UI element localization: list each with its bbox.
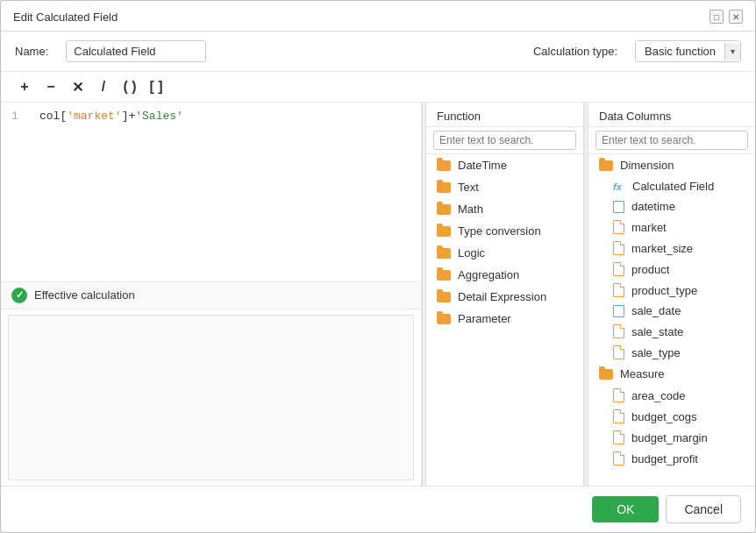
name-input[interactable] — [66, 40, 206, 62]
data-columns-search — [588, 127, 755, 154]
editor-panel: 1 col['market']+'Sales' ✓ Effective calc… — [1, 103, 422, 486]
file-icon — [613, 220, 624, 234]
line-number: 1 — [11, 110, 25, 123]
title-controls: □ ✕ — [710, 10, 743, 24]
measure-label: Measure — [620, 367, 665, 380]
calc-type-label: Calculation type: — [533, 45, 617, 58]
status-icon: ✓ — [11, 288, 27, 303]
main-content: 1 col['market']+'Sales' ✓ Effective calc… — [1, 103, 755, 486]
folder-icon — [437, 226, 451, 237]
dc-item-area-code[interactable]: area_code — [588, 385, 755, 406]
data-columns-search-input[interactable] — [596, 131, 748, 150]
file-icon — [613, 324, 624, 338]
calc-type-dropdown[interactable]: Basic function ▾ — [635, 40, 741, 62]
code-col: col[ — [39, 110, 67, 123]
dc-item-sale-state[interactable]: sale_state — [588, 321, 755, 342]
dc-item-label: sale_type — [631, 346, 681, 359]
function-panel-header: Function — [426, 103, 583, 127]
file-icon — [613, 451, 624, 465]
dc-item-budget-cogs[interactable]: budget_cogs — [588, 406, 755, 427]
dc-item-sale-type[interactable]: sale_type — [588, 342, 755, 363]
measure-section: Measure — [588, 363, 755, 385]
dc-item-calculated-field[interactable]: fx Calculated Field — [588, 176, 755, 196]
dc-item-label: budget_margin — [631, 431, 708, 444]
function-item-label: Aggregation — [458, 268, 519, 281]
dimension-section: Dimension — [588, 154, 755, 176]
dc-item-budget-profit[interactable]: budget_profit — [588, 448, 755, 469]
folder-icon — [437, 248, 451, 259]
plus-button[interactable]: + — [15, 77, 34, 96]
function-item-label: Text — [458, 181, 479, 194]
cancel-button[interactable]: Cancel — [666, 495, 741, 523]
dc-item-budget-margin[interactable]: budget_margin — [588, 427, 755, 448]
folder-icon — [437, 160, 451, 171]
file-icon — [613, 430, 624, 444]
function-search-input[interactable] — [433, 131, 576, 150]
code-sales: 'Sales' — [135, 110, 183, 123]
file-icon — [613, 345, 624, 359]
dialog-title: Edit Calculated Field — [13, 11, 118, 24]
multiply-button[interactable]: ✕ — [68, 77, 87, 96]
dc-item-market-size[interactable]: market_size — [588, 238, 755, 259]
file-icon — [613, 241, 624, 255]
dc-item-label: product_type — [631, 284, 697, 297]
function-search — [426, 127, 583, 154]
folder-icon — [599, 369, 613, 380]
minus-button[interactable]: − — [41, 77, 61, 96]
function-item-type-conversion[interactable]: Type conversion — [426, 220, 583, 242]
name-label: Name: — [15, 45, 48, 58]
dc-item-label: market — [631, 221, 667, 234]
function-panel: Function DateTime Text Math — [426, 103, 584, 486]
function-item-label: Type conversion — [458, 224, 541, 238]
header-row: Name: Calculation type: Basic function ▾ — [1, 32, 755, 72]
dc-item-sale-date[interactable]: sale_date — [588, 301, 755, 321]
status-text: Effective calculation — [34, 288, 135, 302]
code-line-1: 1 col['market']+'Sales' — [11, 110, 410, 123]
function-item-detail-expression[interactable]: Detail Expression — [426, 286, 583, 308]
function-item-label: Parameter — [458, 312, 511, 325]
footer: OK Cancel — [1, 486, 755, 532]
dc-item-label: sale_date — [631, 304, 681, 317]
dc-item-datetime[interactable]: datetime — [588, 196, 755, 217]
ok-button[interactable]: OK — [592, 496, 659, 522]
close-button[interactable]: ✕ — [729, 10, 743, 24]
function-item-label: DateTime — [458, 159, 507, 172]
preview-area — [8, 315, 414, 481]
function-list: DateTime Text Math Type conversion Logic — [426, 154, 583, 486]
data-columns-header: Data Columns — [588, 103, 755, 127]
function-item-parameter[interactable]: Parameter — [426, 308, 583, 330]
title-bar: Edit Calculated Field □ ✕ — [1, 1, 755, 32]
dc-item-label: budget_cogs — [631, 410, 696, 423]
dc-item-label: budget_profit — [631, 452, 698, 465]
function-item-logic[interactable]: Logic — [426, 242, 583, 264]
folder-icon — [599, 160, 613, 171]
fx-icon: fx — [613, 181, 625, 192]
brackets-button[interactable]: [ ] — [146, 77, 166, 96]
code-area[interactable]: 1 col['market']+'Sales' — [1, 103, 421, 282]
function-item-math[interactable]: Math — [426, 198, 583, 220]
chevron-down-icon: ▾ — [724, 43, 740, 60]
dimension-label: Dimension — [620, 159, 674, 172]
dc-item-market[interactable]: market — [588, 217, 755, 238]
edit-calculated-field-dialog: Edit Calculated Field □ ✕ Name: Calculat… — [0, 0, 756, 533]
file-icon — [613, 262, 624, 276]
folder-icon — [437, 292, 451, 302]
minimize-button[interactable]: □ — [710, 10, 724, 24]
divide-button[interactable]: / — [94, 77, 113, 96]
function-item-aggregation[interactable]: Aggregation — [426, 264, 583, 286]
file-icon — [613, 283, 624, 297]
parens-button[interactable]: ( ) — [120, 77, 139, 96]
dc-item-label: market_size — [631, 242, 693, 255]
toolbar: + − ✕ / ( ) [ ] — [1, 72, 755, 103]
function-item-datetime[interactable]: DateTime — [426, 154, 583, 176]
function-item-text[interactable]: Text — [426, 176, 583, 198]
dc-item-product[interactable]: product — [588, 259, 755, 280]
status-bar: ✓ Effective calculation — [1, 282, 421, 309]
date-icon — [613, 305, 624, 317]
dc-item-label: product — [631, 263, 669, 276]
data-columns-panel: Data Columns Dimension fx Calculated Fie… — [588, 103, 755, 486]
folder-icon — [437, 270, 451, 281]
file-icon — [613, 388, 624, 402]
dc-item-product-type[interactable]: product_type — [588, 280, 755, 301]
function-item-label: Detail Expression — [458, 290, 546, 303]
